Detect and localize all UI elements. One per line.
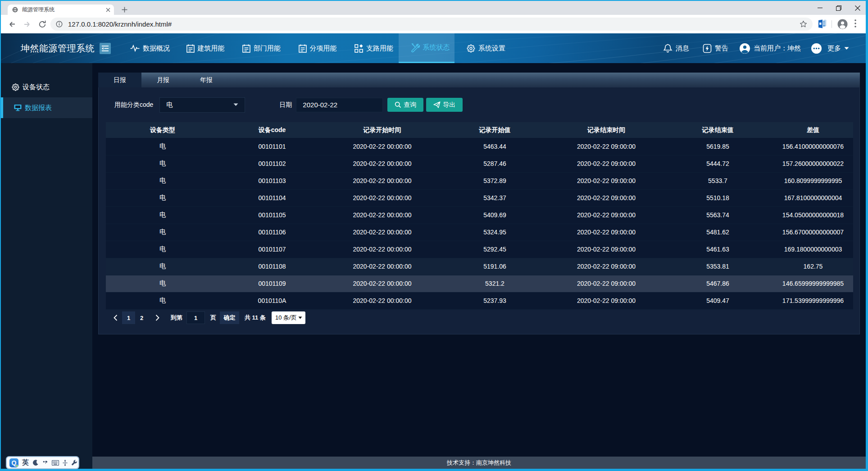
current-user[interactable]: 当前用户：坤然 xyxy=(739,43,801,54)
table-row[interactable]: 电001011072020-02-22 00:00:005292.452020-… xyxy=(106,241,853,258)
table-cell: 00101101 xyxy=(219,138,325,155)
page-info-icon[interactable] xyxy=(56,21,63,27)
table-row[interactable]: 电0010110A2020-02-22 00:00:005237.932020-… xyxy=(106,292,853,309)
forward-button[interactable] xyxy=(23,20,32,29)
nav-item-system-settings[interactable]: 系统设置 xyxy=(454,33,511,63)
ime-wrench-icon[interactable] xyxy=(71,460,77,466)
window-border-top xyxy=(0,0,868,1)
filter-row: 用能分类code 电 日期 2020-02-22 查询 导出 xyxy=(99,87,859,122)
tab-title: 能源管理系统 xyxy=(22,6,106,14)
pagination: 1 2 到第 1 页 确定 共 11 条 10 条/页 xyxy=(106,311,305,325)
date-input[interactable]: 2020-02-22 xyxy=(296,98,383,112)
table-row[interactable]: 电001011092020-02-22 00:00:005321.22020-0… xyxy=(106,275,853,292)
address-bar[interactable]: 127.0.0.1:8020/krznnh/index.html# xyxy=(50,18,813,31)
goto-page-input[interactable]: 1 xyxy=(186,311,205,324)
url-text[interactable]: 127.0.0.1:8020/krznnh/index.html# xyxy=(68,20,800,28)
browser-menu-icon[interactable] xyxy=(854,19,856,27)
alerts-button[interactable]: 警告 xyxy=(703,44,728,53)
sidebar-item-device-status[interactable]: 设备状态 xyxy=(1,77,92,97)
window-border-bottom xyxy=(0,469,868,471)
table-cell: 2020-02-22 00:00:00 xyxy=(325,275,440,292)
pulse-icon xyxy=(130,44,140,52)
gear-icon xyxy=(467,44,475,53)
ime-language-toggle[interactable]: 英 xyxy=(22,458,29,467)
table-row[interactable]: 电001011022020-02-22 00:00:005287.462020-… xyxy=(106,155,853,172)
browser-tab[interactable]: 能源管理系统 xyxy=(8,5,114,15)
table-row[interactable]: 电001011062020-02-22 00:00:005324.952020-… xyxy=(106,224,853,241)
browser-profile-avatar[interactable] xyxy=(837,19,848,29)
nav-item-building-energy[interactable]: 建筑用能 xyxy=(174,33,231,63)
back-button[interactable] xyxy=(7,20,16,29)
table-header: 设备类型设备code记录开始时间记录开始值记录结束时间记录结束值差值 xyxy=(106,122,853,138)
extension-icon[interactable] xyxy=(817,19,827,29)
nav-item-data-overview[interactable]: 数据概况 xyxy=(118,33,174,63)
nav-item-branch-energy[interactable]: 支路用能 xyxy=(342,33,399,63)
table-cell: 146.65999999999985 xyxy=(773,275,853,292)
ime-fullhalf-moon-icon[interactable] xyxy=(32,460,39,466)
table-cell: 2020-02-22 00:00:00 xyxy=(325,224,440,241)
footer-text: 技术支持：南京坤然科技 xyxy=(447,459,511,467)
main-nav: 数据概况 建筑用能 部门用能 分项用能 支路用能 系统状态 系统设置 xyxy=(118,33,511,63)
table-cell: 5461.63 xyxy=(663,241,773,258)
ime-logo-icon[interactable]: Q xyxy=(9,458,18,467)
reload-button[interactable] xyxy=(38,20,47,29)
ime-punctuation-icon[interactable] xyxy=(42,460,48,466)
nav-item-subitem-energy[interactable]: 分项用能 xyxy=(286,33,343,63)
table-cell: 00101104 xyxy=(219,189,325,206)
prev-page-icon[interactable] xyxy=(113,315,118,321)
table-cell: 160.8099999999995 xyxy=(773,172,853,189)
table-row[interactable]: 电001011012020-02-22 00:00:005463.442020-… xyxy=(106,138,853,155)
table-cell: 2020-02-22 00:00:00 xyxy=(325,138,440,155)
page-button-1[interactable]: 1 xyxy=(122,311,135,324)
table-cell: 2020-02-22 00:00:00 xyxy=(325,258,440,275)
tab-monthly-report[interactable]: 月报 xyxy=(141,73,185,87)
table-column-header: 设备类型 xyxy=(106,122,219,138)
page-button-2[interactable]: 2 xyxy=(135,311,148,324)
ime-text-cursor-icon[interactable] xyxy=(63,460,68,466)
table-cell: 电 xyxy=(106,224,219,241)
browser-tabstrip: 能源管理系统 xyxy=(1,1,866,15)
table-row[interactable]: 电001011042020-02-22 00:00:005342.372020-… xyxy=(106,189,853,206)
table-cell: 157.26000000000022 xyxy=(773,155,853,172)
table-cell: 5321.2 xyxy=(440,275,550,292)
nav-item-department-energy[interactable]: 部门用能 xyxy=(230,33,286,63)
confirm-button[interactable]: 确定 xyxy=(220,311,239,324)
table-cell: 2020-02-22 09:00:00 xyxy=(550,155,663,172)
footer: 技术支持：南京坤然科技 xyxy=(92,457,866,469)
window-restore-button[interactable] xyxy=(836,5,841,11)
table-cell: 电 xyxy=(106,275,219,292)
table-cell: 2020-02-22 09:00:00 xyxy=(550,275,663,292)
window-minimize-button[interactable] xyxy=(818,5,823,10)
more-menu[interactable]: 更多 xyxy=(811,43,849,54)
ime-keyboard-icon[interactable] xyxy=(52,460,59,466)
table-cell: 5444.72 xyxy=(663,155,773,172)
query-button[interactable]: 查询 xyxy=(387,98,423,112)
messages-button[interactable]: 消息 xyxy=(663,44,689,53)
tab-yearly-report[interactable]: 年报 xyxy=(185,73,228,87)
sidebar-item-data-report[interactable]: 数据报表 xyxy=(1,97,92,118)
table-row[interactable]: 电001011082020-02-22 00:00:005191.062020-… xyxy=(106,258,853,275)
table-column-header: 差值 xyxy=(773,122,853,138)
alert-lightning-icon xyxy=(703,44,712,53)
table-cell: 2020-02-22 09:00:00 xyxy=(550,138,663,155)
bookmark-star-icon[interactable] xyxy=(800,20,807,28)
nav-item-system-status[interactable]: 系统状态 xyxy=(399,33,455,63)
category-select[interactable]: 电 xyxy=(159,97,245,113)
window-close-button[interactable] xyxy=(855,5,860,11)
next-page-icon[interactable] xyxy=(155,315,160,321)
table-cell: 5372.89 xyxy=(440,172,550,189)
select-caret-icon xyxy=(233,103,238,106)
tab-close-icon[interactable] xyxy=(106,8,110,12)
table-cell: 5619.85 xyxy=(663,138,773,155)
table-cell: 2020-02-22 09:00:00 xyxy=(550,224,663,241)
table-row[interactable]: 电001011052020-02-22 00:00:005409.692020-… xyxy=(106,206,853,224)
search-icon xyxy=(395,101,401,108)
table-column-header: 记录开始时间 xyxy=(325,122,440,138)
page-size-select[interactable]: 10 条/页 xyxy=(272,311,305,324)
chevron-down-icon xyxy=(844,47,849,50)
tab-daily-report[interactable]: 日报 xyxy=(98,73,141,87)
export-button[interactable]: 导出 xyxy=(426,98,463,112)
table-row[interactable]: 电001011032020-02-22 00:00:005372.892020-… xyxy=(106,172,853,189)
new-tab-button[interactable] xyxy=(119,5,129,15)
sidebar-collapse-button[interactable] xyxy=(100,43,111,54)
